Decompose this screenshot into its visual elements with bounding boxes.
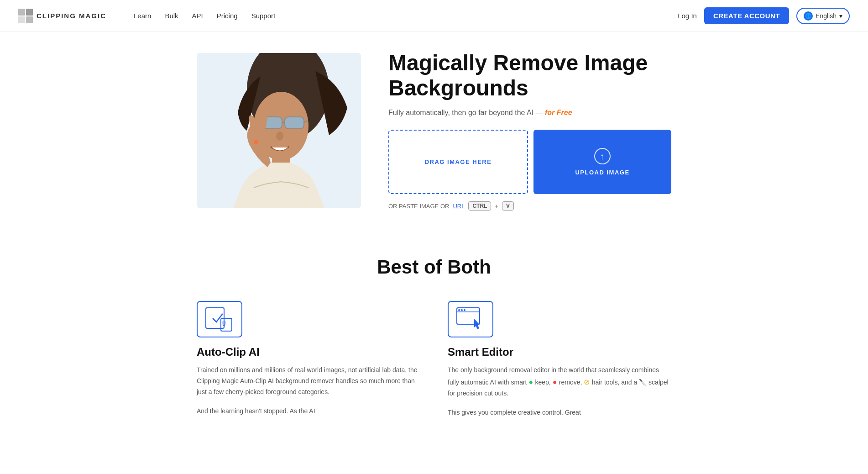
svg-point-23 [464,309,465,311]
yellow-hair-dot: ⊘ [584,378,591,386]
nav-bulk[interactable]: Bulk [165,12,178,20]
hero-subtitle: Fully automatically, then go far beyond … [388,109,671,117]
hero-illustration [197,53,361,208]
svg-point-21 [458,309,460,311]
logo-sq-2 [26,9,33,16]
autoclip-desc: Trained on millions and millions of real… [197,365,420,397]
autoclip-desc2: And the learning hasn't stopped. As the … [197,406,420,417]
nav-learn[interactable]: Learn [134,12,151,20]
for-free-text: for Free [545,109,572,116]
logo-sq-4 [26,16,33,23]
upload-area: DRAG IMAGE HERE ↑ UPLOAD IMAGE [388,130,671,194]
globe-icon: 🌐 [804,11,813,21]
green-keep-dot: ● [528,378,535,386]
autoclip-name: Auto-Clip AI [197,346,420,358]
best-title: Best of Both [197,256,671,278]
language-label: English [816,12,837,20]
paste-text: OR PASTE IMAGE OR [388,203,449,210]
svg-rect-16 [221,318,232,331]
logo-text: CLIPPING MAGIC [37,12,106,20]
feature-autoclip: Auto-Clip AI Trained on millions and mil… [197,301,420,418]
create-account-button[interactable]: CREATE ACCOUNT [704,7,789,24]
svg-point-14 [254,140,258,144]
site-header: CLIPPING MAGIC Learn Bulk API Pricing Su… [0,0,868,32]
plus-sign: + [495,203,498,210]
hero-section: Magically Remove Image Backgrounds Fully… [160,32,708,229]
language-selector[interactable]: 🌐 English ▾ [796,8,850,24]
hero-image-container [197,53,361,208]
main-nav: Learn Bulk API Pricing Support [134,12,275,20]
url-link[interactable]: URL [453,203,465,210]
autoclip-icon [197,301,242,337]
smart-editor-icon [448,301,493,337]
svg-rect-4 [285,117,304,129]
logo-icon [18,9,33,23]
header-left: CLIPPING MAGIC Learn Bulk API Pricing Su… [18,9,275,23]
chevron-down-icon: ▾ [839,12,842,20]
features-container: Auto-Clip AI Trained on millions and mil… [197,301,671,418]
nav-pricing[interactable]: Pricing [217,12,238,20]
header-right: Log In CREATE ACCOUNT 🌐 English ▾ [678,7,850,24]
red-remove-dot: ● [553,378,559,386]
drag-drop-zone[interactable]: DRAG IMAGE HERE [388,130,528,194]
nav-support[interactable]: Support [251,12,276,20]
svg-point-22 [461,309,463,311]
svg-point-8 [276,132,283,141]
upload-arrow-icon: ↑ [594,148,611,164]
smart-editor-desc: The only background removal editor in th… [448,365,671,399]
v-key-badge: V [502,201,514,211]
login-button[interactable]: Log In [678,12,697,20]
nav-api[interactable]: API [192,12,203,20]
hero-image [197,53,361,208]
smart-editor-name: Smart Editor [448,346,671,358]
autoclip-illustration [204,305,235,333]
logo-sq-1 [18,9,25,16]
hero-content: Magically Remove Image Backgrounds Fully… [388,50,671,211]
paste-row: OR PASTE IMAGE OR URL CTRL + V [388,201,671,211]
hero-title: Magically Remove Image Backgrounds [388,50,671,100]
feature-smart-editor: Smart Editor The only background removal… [448,301,671,418]
logo-sq-3 [18,16,25,23]
smart-editor-illustration [455,305,486,333]
ctrl-key-badge: CTRL [468,201,491,211]
best-of-both-section: Best of Both Auto-Clip AI Trained on mil… [0,229,868,437]
best-section-inner: Best of Both Auto-Clip AI Trained on mil… [160,229,708,437]
upload-image-button[interactable]: ↑ UPLOAD IMAGE [533,130,671,194]
smart-editor-desc2: This gives you complete creative control… [448,407,671,418]
svg-point-17 [222,321,226,325]
logo[interactable]: CLIPPING MAGIC [18,9,106,23]
